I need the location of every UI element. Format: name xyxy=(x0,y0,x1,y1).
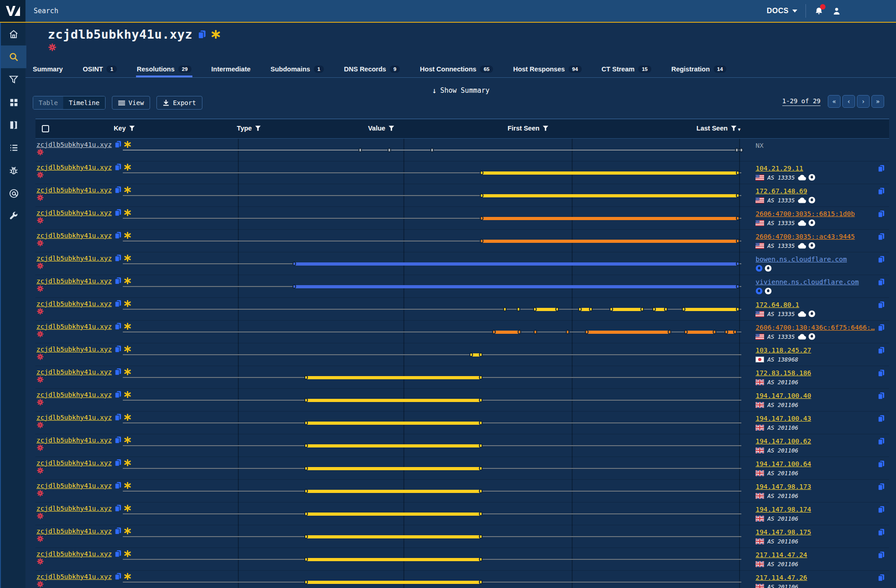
domain-link[interactable]: zcjdlb5ubkhy41u.xyz xyxy=(36,573,112,580)
copy-icon[interactable] xyxy=(878,483,885,491)
sidebar-item-list[interactable] xyxy=(1,136,26,159)
column-header-key[interactable]: Key xyxy=(114,125,135,132)
value-link[interactable]: 194.147.98.175 xyxy=(755,528,811,536)
copy-icon[interactable] xyxy=(878,278,885,286)
column-header-last-seen[interactable]: Last Seen ▾ xyxy=(696,125,740,132)
copy-icon[interactable] xyxy=(878,256,885,263)
copy-icon[interactable] xyxy=(115,141,121,148)
domain-link[interactable]: zcjdlb5ubkhy41u.xyz xyxy=(36,164,112,171)
copy-icon[interactable] xyxy=(878,574,885,582)
domain-link[interactable]: zcjdlb5ubkhy41u.xyz xyxy=(36,414,112,421)
value-link[interactable]: 194.147.98.173 xyxy=(755,483,811,490)
sidebar-item-bug[interactable] xyxy=(1,159,26,182)
value-link[interactable]: 172.67.148.69 xyxy=(755,187,807,195)
domain-link[interactable]: zcjdlb5ubkhy41u.xyz xyxy=(36,186,112,194)
domain-link[interactable]: zcjdlb5ubkhy41u.xyz xyxy=(36,323,112,330)
tab-ct-stream[interactable]: CT Stream15 xyxy=(602,65,651,77)
copy-icon[interactable] xyxy=(878,528,885,536)
value-link[interactable]: 194.147.100.62 xyxy=(755,437,811,445)
value-link[interactable]: 217.114.47.26 xyxy=(755,574,807,581)
validin-logo[interactable] xyxy=(0,0,25,22)
copy-icon[interactable] xyxy=(115,573,121,580)
show-summary-button[interactable]: ↓ Show Summary xyxy=(432,86,490,95)
column-header-type[interactable]: Type xyxy=(237,125,261,132)
value-link[interactable]: 217.114.47.24 xyxy=(755,551,807,558)
value-link[interactable]: 2606:4700:130:436c:6f75:6466:… xyxy=(755,324,875,331)
copy-icon[interactable] xyxy=(115,345,121,353)
column-header-first-seen[interactable]: First Seen xyxy=(508,125,549,132)
domain-link[interactable]: zcjdlb5ubkhy41u.xyz xyxy=(36,528,112,535)
value-link[interactable]: 172.64.80.1 xyxy=(755,301,799,308)
copy-icon[interactable] xyxy=(878,165,885,172)
copy-icon[interactable] xyxy=(115,391,121,398)
copy-icon[interactable] xyxy=(878,210,885,218)
export-button[interactable]: Export xyxy=(156,96,202,110)
value-link[interactable]: 194.147.100.64 xyxy=(755,460,811,467)
notifications-bell-icon[interactable] xyxy=(814,6,824,16)
domain-link[interactable]: zcjdlb5ubkhy41u.xyz xyxy=(36,550,112,558)
copy-icon[interactable] xyxy=(115,436,121,444)
copy-icon[interactable] xyxy=(115,209,121,216)
domain-link[interactable]: zcjdlb5ubkhy41u.xyz xyxy=(36,482,112,489)
copy-icon[interactable] xyxy=(115,482,121,489)
domain-link[interactable]: zcjdlb5ubkhy41u.xyz xyxy=(36,232,112,239)
sidebar-item-search[interactable] xyxy=(1,45,26,68)
copy-icon[interactable] xyxy=(115,322,121,330)
user-avatar-icon[interactable] xyxy=(832,6,841,16)
copy-icon[interactable] xyxy=(878,369,885,377)
copy-icon[interactable] xyxy=(878,187,885,195)
copy-icon[interactable] xyxy=(878,324,885,332)
domain-link[interactable]: zcjdlb5ubkhy41u.xyz xyxy=(36,505,112,512)
copy-icon[interactable] xyxy=(198,30,206,39)
domain-link[interactable]: zcjdlb5ubkhy41u.xyz xyxy=(36,368,112,376)
select-all-checkbox[interactable] xyxy=(42,125,49,132)
tab-dns-records[interactable]: DNS Records9 xyxy=(344,65,400,77)
copy-icon[interactable] xyxy=(115,459,121,467)
docs-menu[interactable]: DOCS xyxy=(767,7,797,15)
view-button[interactable]: View xyxy=(112,96,151,110)
tab-registration[interactable]: Registration14 xyxy=(671,65,726,77)
copy-icon[interactable] xyxy=(878,415,885,422)
sidebar-item-filter[interactable] xyxy=(1,68,26,91)
value-link[interactable]: 194.147.100.43 xyxy=(755,415,811,422)
tab-osint[interactable]: OSINT1 xyxy=(83,65,117,77)
value-link[interactable]: 194.147.98.174 xyxy=(755,506,811,513)
domain-link[interactable]: zcjdlb5ubkhy41u.xyz xyxy=(36,346,112,353)
value-link[interactable]: 2606:4700:3035::ac43:9445 xyxy=(755,233,855,240)
copy-icon[interactable] xyxy=(115,368,121,376)
tab-intermediate[interactable]: Intermediate xyxy=(211,65,251,77)
domain-link[interactable]: zcjdlb5ubkhy41u.xyz xyxy=(36,391,112,398)
copy-icon[interactable] xyxy=(878,506,885,513)
last-page-button[interactable]: » xyxy=(871,95,884,108)
value-link[interactable]: vivienne.ns.cloudflare.com xyxy=(755,278,859,286)
copy-icon[interactable] xyxy=(115,527,121,535)
copy-icon[interactable] xyxy=(115,231,121,239)
domain-link[interactable]: zcjdlb5ubkhy41u.xyz xyxy=(36,459,112,467)
copy-icon[interactable] xyxy=(115,504,121,512)
copy-icon[interactable] xyxy=(115,163,121,171)
value-link[interactable]: 103.118.245.27 xyxy=(755,347,811,354)
copy-icon[interactable] xyxy=(878,392,885,400)
next-page-button[interactable]: › xyxy=(857,95,870,108)
tab-subdomains[interactable]: Subdomains1 xyxy=(271,65,324,77)
column-header-value[interactable]: Value xyxy=(368,125,394,132)
sidebar-item-home[interactable] xyxy=(1,23,26,45)
sidebar-item-wrench[interactable] xyxy=(1,205,26,227)
copy-icon[interactable] xyxy=(878,233,885,241)
domain-link[interactable]: zcjdlb5ubkhy41u.xyz xyxy=(36,300,112,307)
value-link[interactable]: bowen.ns.cloudflare.com xyxy=(755,256,847,263)
toggle-table[interactable]: Table xyxy=(33,96,63,109)
copy-icon[interactable] xyxy=(878,460,885,468)
value-link[interactable]: 194.147.100.40 xyxy=(755,392,811,399)
toggle-timeline[interactable]: Timeline xyxy=(63,96,105,109)
value-link[interactable]: 172.83.158.186 xyxy=(755,369,811,377)
sidebar-item-apps[interactable] xyxy=(1,91,26,114)
copy-icon[interactable] xyxy=(115,300,121,307)
value-link[interactable]: NX xyxy=(755,142,763,149)
copy-icon[interactable] xyxy=(115,277,121,285)
copy-icon[interactable] xyxy=(878,551,885,559)
copy-icon[interactable] xyxy=(115,550,121,558)
copy-icon[interactable] xyxy=(115,186,121,194)
domain-link[interactable]: zcjdlb5ubkhy41u.xyz xyxy=(36,277,112,285)
copy-icon[interactable] xyxy=(878,301,885,309)
